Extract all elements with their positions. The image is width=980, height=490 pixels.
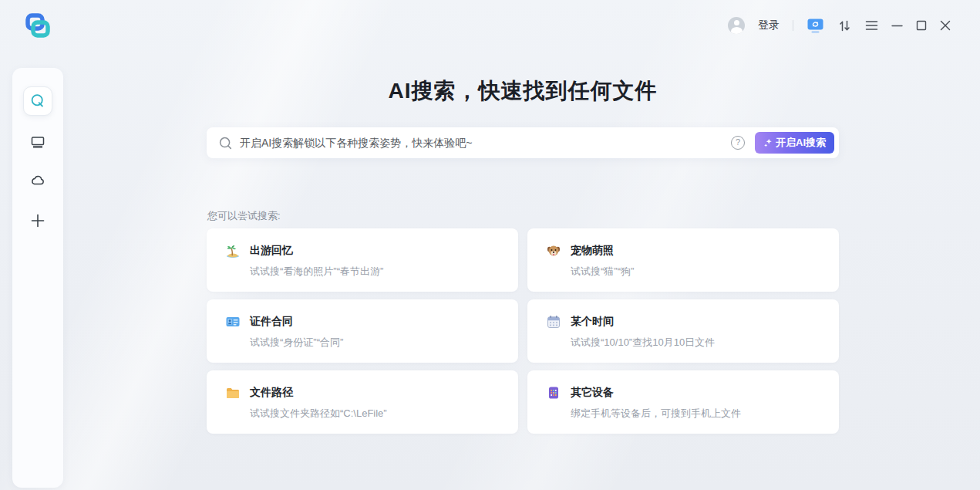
search-icon bbox=[218, 136, 233, 150]
enable-ai-search-button[interactable]: 开启AI搜索 bbox=[755, 132, 834, 154]
search-icon bbox=[29, 93, 46, 110]
main-content: AI搜索，快速找到任何文件 ? 开启AI搜索 您可以尝试搜索: bbox=[207, 0, 839, 490]
card-other-devices[interactable]: 其它设备 绑定手机等设备后，可搜到手机上文件 bbox=[527, 370, 839, 434]
monitor-icon bbox=[30, 134, 45, 150]
folder-icon bbox=[225, 385, 241, 400]
transfer-icon bbox=[837, 19, 852, 33]
suggestion-cards: 出游回忆 试试搜“看海的照片”“春节出游” 宠 bbox=[207, 228, 839, 434]
maximize-button[interactable] bbox=[916, 20, 927, 31]
enable-ai-search-label: 开启AI搜索 bbox=[776, 136, 826, 150]
card-desc: 试试搜“猫”“狗” bbox=[571, 265, 820, 279]
cloud-icon bbox=[30, 173, 45, 188]
card-title: 某个时间 bbox=[571, 315, 614, 329]
user-avatar[interactable] bbox=[728, 17, 745, 34]
card-id-contracts[interactable]: 证件合同 试试搜“身份证”“合同” bbox=[207, 299, 518, 363]
search-input[interactable] bbox=[240, 137, 731, 149]
sidebar-item-devices[interactable] bbox=[23, 127, 52, 157]
sidebar-item-add[interactable] bbox=[23, 206, 52, 235]
plus-icon bbox=[31, 214, 45, 228]
card-desc: 试试搜“身份证”“合同” bbox=[250, 336, 500, 350]
card-desc: 试试搜“看海的照片”“春节出游” bbox=[250, 265, 500, 279]
card-desc: 绑定手机等设备后，可搜到手机上文件 bbox=[571, 407, 820, 421]
calendar-icon bbox=[546, 314, 561, 329]
login-button[interactable]: 登录 bbox=[758, 19, 780, 32]
id-card-icon bbox=[225, 314, 241, 329]
sidebar bbox=[12, 68, 63, 488]
close-button[interactable] bbox=[940, 20, 951, 31]
maximize-icon bbox=[916, 20, 927, 31]
close-icon bbox=[940, 20, 951, 31]
page-title: AI搜索，快速找到任何文件 bbox=[207, 76, 839, 106]
minimize-icon bbox=[891, 20, 903, 31]
card-title: 文件路径 bbox=[250, 386, 293, 400]
card-title: 其它设备 bbox=[571, 386, 614, 400]
help-icon[interactable]: ? bbox=[731, 136, 745, 150]
app-logo-icon bbox=[25, 13, 50, 38]
card-pet-photos[interactable]: 宠物萌照 试试搜“猫”“狗” bbox=[527, 228, 839, 292]
dog-face-icon bbox=[546, 243, 561, 259]
card-date-search[interactable]: 某个时间 试试搜“10/10”查找10月10日文件 bbox=[527, 299, 839, 363]
menu-button[interactable] bbox=[865, 20, 878, 31]
search-bar: ? 开启AI搜索 bbox=[207, 127, 839, 158]
app-window: 登录 bbox=[0, 0, 980, 490]
card-travel-memories[interactable]: 出游回忆 试试搜“看海的照片”“春节出游” bbox=[207, 228, 518, 292]
card-title: 证件合同 bbox=[250, 315, 293, 329]
sparkle-icon bbox=[763, 138, 773, 147]
suggestions-heading: 您可以尝试搜索: bbox=[207, 209, 281, 223]
sidebar-item-cloud[interactable] bbox=[23, 166, 52, 195]
card-file-path[interactable]: 文件路径 试试搜文件夹路径如“C:\LeFile” bbox=[207, 370, 518, 434]
card-desc: 试试搜文件夹路径如“C:\LeFile” bbox=[250, 407, 500, 421]
palm-island-icon bbox=[225, 243, 241, 259]
device-sync-icon bbox=[807, 18, 824, 34]
card-title: 宠物萌照 bbox=[571, 244, 614, 258]
transfer-list-button[interactable] bbox=[837, 19, 852, 33]
divider bbox=[793, 20, 793, 31]
minimize-button[interactable] bbox=[891, 20, 903, 31]
device-sync-button[interactable] bbox=[807, 18, 824, 34]
device-grid-icon bbox=[546, 385, 561, 400]
title-bar: 登录 bbox=[0, 0, 980, 51]
sidebar-item-search[interactable] bbox=[23, 86, 52, 116]
card-title: 出游回忆 bbox=[250, 244, 293, 258]
titlebar-actions: 登录 bbox=[728, 17, 951, 34]
menu-icon bbox=[865, 20, 878, 31]
card-desc: 试试搜“10/10”查找10月10日文件 bbox=[571, 336, 820, 350]
